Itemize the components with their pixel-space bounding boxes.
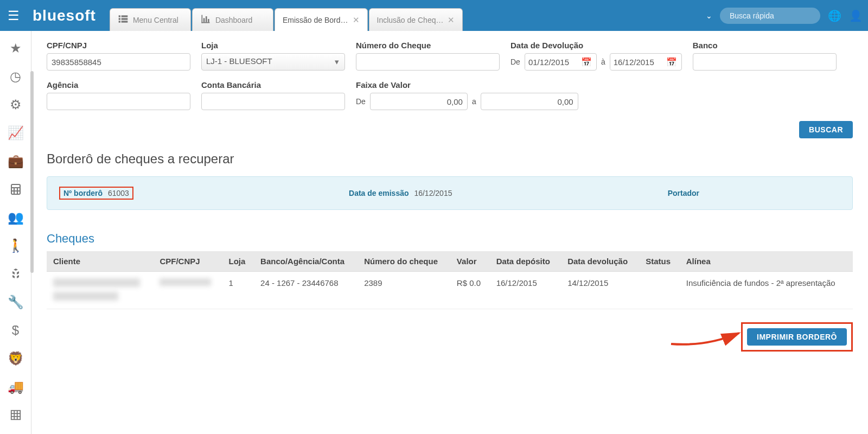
tab-label: Dashboard <box>215 16 253 24</box>
de-label: De <box>356 97 366 106</box>
tab-inclusao-cheques[interactable]: Inclusão de Cheq… ✕ <box>369 8 463 31</box>
svg-rect-0 <box>119 15 120 17</box>
cell-devolucao: 14/12/2015 <box>561 272 639 309</box>
tab-menu-central[interactable]: Menu Central <box>110 8 191 31</box>
filter-form: CPF/CNPJ Loja LJ-1 - BLUESOFT Número do … <box>47 41 853 110</box>
close-icon[interactable]: ✕ <box>353 15 360 25</box>
svg-rect-4 <box>119 21 120 22</box>
data-devolucao-label: Data de Devolução <box>510 41 682 50</box>
th-loja: Loja <box>222 251 254 272</box>
chevron-down-icon[interactable]: ⌄ <box>706 11 712 20</box>
banco-input[interactable] <box>693 53 837 71</box>
cell-banco: 24 - 1267 - 23446768 <box>254 272 358 309</box>
cpf-label: CPF/CNPJ <box>47 41 190 50</box>
cell-status <box>639 272 680 309</box>
main-content: CPF/CNPJ Loja LJ-1 - BLUESOFT Número do … <box>31 31 868 361</box>
imprimir-bordero-button[interactable]: IMPRIMIR BORDERÔ <box>747 328 847 346</box>
sidebar-briefcase-icon[interactable]: 💼 <box>0 147 31 175</box>
table-row[interactable]: 1 24 - 1267 - 23446768 2389 R$ 0.0 16/12… <box>47 272 853 309</box>
svg-rect-1 <box>122 15 128 17</box>
date-to-field[interactable] <box>610 55 662 69</box>
conta-label: Conta Bancária <box>201 80 345 90</box>
emissao-label: Data de emissão <box>349 189 409 197</box>
sidebar-person-icon[interactable]: 🚶 <box>0 232 31 260</box>
tab-dashboard[interactable]: Dashboard <box>192 8 273 31</box>
svg-rect-3 <box>122 18 128 20</box>
conta-input[interactable] <box>201 93 345 110</box>
sidebar-chart-icon[interactable]: 📈 <box>0 119 31 147</box>
cpf-input[interactable] <box>47 53 190 71</box>
cell-alinea: Insuficiência de fundos - 2ª apresentaçã… <box>680 272 853 309</box>
sidebar-calculator-icon[interactable] <box>0 175 31 203</box>
bordero-label: Nº borderô <box>63 189 103 197</box>
sidebar-dollar-icon[interactable]: $ <box>0 316 31 344</box>
cell-deposito: 16/12/2015 <box>490 272 561 309</box>
cheques-table: Cliente CPF/CNPJ Loja Banco/Agência/Cont… <box>47 251 853 309</box>
close-icon[interactable]: ✕ <box>448 15 455 25</box>
date-from-input[interactable]: 📅 <box>525 53 597 71</box>
banco-label: Banco <box>693 41 837 50</box>
cell-cliente <box>47 272 153 309</box>
imprimir-highlight: IMPRIMIR BORDERÔ <box>741 322 853 352</box>
barchart-icon <box>200 14 211 26</box>
bordero-value: 61003 <box>108 189 129 197</box>
a-label: a <box>472 97 476 106</box>
cell-valor: R$ 0.0 <box>450 272 490 309</box>
svg-rect-10 <box>208 19 209 22</box>
svg-rect-5 <box>122 21 128 22</box>
user-icon[interactable]: 👤 <box>849 9 863 22</box>
section-title: Borderô de cheques a recuperar <box>47 151 853 167</box>
th-cpf: CPF/CNPJ <box>153 251 222 272</box>
th-valor: Valor <box>450 251 490 272</box>
footer-actions: IMPRIMIR BORDERÔ <box>47 322 853 352</box>
svg-rect-6 <box>201 15 202 23</box>
agencia-label: Agência <box>47 80 190 90</box>
date-from-field[interactable] <box>525 55 577 69</box>
loja-label: Loja <box>201 41 345 50</box>
agencia-input[interactable] <box>47 93 190 110</box>
hamburger-icon[interactable]: ☰ <box>5 8 22 23</box>
th-deposito: Data depósito <box>490 251 561 272</box>
tab-label: Inclusão de Cheq… <box>377 16 444 24</box>
th-status: Status <box>639 251 680 272</box>
sidebar-clock-icon[interactable]: ◷ <box>0 62 31 91</box>
th-cliente: Cliente <box>47 251 153 272</box>
th-banco: Banco/Agência/Conta <box>254 251 358 272</box>
loja-select[interactable]: LJ-1 - BLUESOFT <box>201 53 345 71</box>
faixa-valor-label: Faixa de Valor <box>356 80 578 90</box>
calendar-icon[interactable]: 📅 <box>662 57 681 67</box>
sidebar-wrench-icon[interactable]: 🔧 <box>0 288 31 316</box>
portador-label: Portador <box>668 189 699 197</box>
list-icon <box>118 14 129 26</box>
svg-rect-2 <box>119 18 120 20</box>
valor-de-input[interactable] <box>370 93 468 110</box>
search-input[interactable] <box>720 8 820 24</box>
svg-rect-11 <box>11 184 20 194</box>
de-label: De <box>510 58 520 66</box>
valor-ate-input[interactable] <box>481 93 578 110</box>
bordero-info-bar: Nº borderô 61003 Data de emissão 16/12/2… <box>47 176 853 210</box>
th-alinea: Alínea <box>680 251 853 272</box>
calendar-icon[interactable]: 📅 <box>577 57 596 67</box>
globe-icon[interactable]: 🌐 <box>828 9 841 22</box>
sidebar-users-icon[interactable]: 👥 <box>0 203 31 232</box>
cell-numero: 2389 <box>358 272 450 309</box>
emissao-value: 16/12/2015 <box>414 189 452 197</box>
sidebar: ★ ◷ ⚙ 📈 💼 👥 🚶 🔧 $ 🦁 🚚 <box>0 31 31 361</box>
cheques-title: Cheques <box>47 232 853 246</box>
sidebar-lion-icon[interactable]: 🦁 <box>0 344 31 361</box>
buscar-button[interactable]: BUSCAR <box>799 121 853 138</box>
sidebar-favorites-icon[interactable]: ★ <box>0 34 31 62</box>
sidebar-gear-icon[interactable]: ⚙ <box>0 91 31 119</box>
sidebar-resize-handle[interactable] <box>30 71 34 273</box>
tab-emissao-bordero[interactable]: Emissão de Bord… ✕ <box>275 8 368 31</box>
tab-label: Emissão de Bord… <box>283 16 348 24</box>
table-header-row: Cliente CPF/CNPJ Loja Banco/Agência/Cont… <box>47 251 853 272</box>
loja-value: LJ-1 - BLUESOFT <box>206 56 272 66</box>
a-label: à <box>601 58 605 66</box>
sidebar-boxes-icon[interactable] <box>0 260 31 288</box>
bordero-number-highlight: Nº borderô 61003 <box>59 187 133 200</box>
svg-rect-7 <box>201 22 209 23</box>
date-to-input[interactable]: 📅 <box>610 53 682 71</box>
numero-cheque-input[interactable] <box>356 53 500 71</box>
